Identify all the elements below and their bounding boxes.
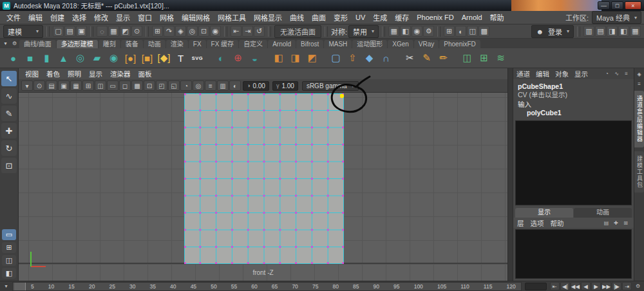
shelf-tab[interactable]: 雕刻	[99, 40, 120, 48]
viewport-canvas[interactable]: front -Z	[19, 93, 507, 281]
camera-attributes-icon[interactable]: ▤	[46, 80, 57, 91]
menu-item[interactable]: 修改	[90, 12, 112, 23]
channel-box-menu-item[interactable]: 显示	[574, 69, 588, 79]
shading-toggle-icon[interactable]: ◐	[455, 26, 466, 37]
snap-curve-icon[interactable]: ↷	[164, 26, 175, 37]
film-gate-icon[interactable]: ▭	[107, 80, 118, 91]
move-tool[interactable]: ✚	[1, 123, 17, 138]
selection-highlight-icon[interactable]: ⊙	[131, 26, 142, 37]
menu-item[interactable]: 生成	[369, 12, 391, 23]
interactive-cube-icon[interactable]: [■]	[139, 50, 155, 66]
lighting-icon[interactable]: ◐	[229, 80, 241, 91]
new-layer-from-selected-icon[interactable]: ⊞	[621, 219, 630, 227]
shelf-tab[interactable]: XGen	[388, 40, 413, 48]
colorspace-dropdown[interactable]: sRGB gamma ▾	[302, 81, 359, 91]
minimize-button[interactable]: —	[598, 1, 610, 10]
toggle-channel-box-icon[interactable]: ▦	[630, 26, 641, 37]
step-forward-key-button[interactable]: ▶▶	[601, 282, 611, 290]
shelf-tab[interactable]: 曲线/曲面	[19, 40, 56, 48]
current-time-marker[interactable]	[14, 283, 26, 290]
wireframe-toggle-icon[interactable]: ◫	[467, 26, 478, 37]
step-back-key-button[interactable]: ◀◀	[571, 282, 580, 290]
select-object-icon[interactable]: ▦	[108, 26, 119, 37]
shelf-tab[interactable]: 渲染	[166, 40, 188, 48]
shelf-tab[interactable]: 自定义	[239, 40, 267, 48]
interactive-curve-icon[interactable]: [◆]	[156, 50, 172, 66]
interactive-sphere-icon[interactable]: [●]	[122, 50, 138, 66]
render-settings-icon[interactable]: ⚙	[423, 26, 434, 37]
toggle-modeling-toolkit-icon[interactable]: ▥	[583, 26, 594, 37]
paint-select-tool[interactable]: ✎	[1, 106, 17, 121]
shelf-gear-icon[interactable]: ⚙	[10, 40, 19, 48]
open-scene-icon[interactable]: ▤	[64, 26, 75, 37]
play-backwards-button[interactable]: ◀	[581, 282, 591, 290]
lock-camera-icon[interactable]: ⊙	[33, 80, 45, 91]
shelf-tab[interactable]: FX	[189, 40, 206, 48]
exposure-field[interactable]: ◑ 0.00	[243, 81, 269, 91]
type-tool-icon[interactable]: T	[173, 50, 189, 66]
pan-zoom-icon[interactable]: ⊞	[82, 80, 94, 91]
make-live-icon[interactable]: ◉	[210, 26, 221, 37]
step-back-frame-button[interactable]: ◀|	[560, 282, 570, 290]
shelf-tab[interactable]: PhoenixFD	[439, 40, 480, 48]
safe-title-icon[interactable]: ◱	[168, 80, 180, 91]
extrude-icon[interactable]: ⇧	[345, 50, 361, 66]
multi-cut-icon[interactable]: ✂	[402, 50, 418, 66]
shelf-tab[interactable]: Arnold	[268, 40, 296, 48]
ipr-render-icon[interactable]: ◉	[412, 26, 422, 37]
panel-menu-item[interactable]: 着色	[43, 69, 64, 79]
input-connections-icon[interactable]: ⇤	[231, 26, 242, 37]
menu-item[interactable]: 编辑网格	[178, 12, 214, 23]
smooth-icon[interactable]: ▢	[328, 50, 344, 66]
symmetry-dropdown[interactable]: 禁用 ▾	[348, 25, 379, 38]
title-bar[interactable]: M Autodesk Maya 2018: 无标题* --- pCube1.vt…	[0, 0, 644, 11]
shelf-tab[interactable]: VRay	[414, 40, 439, 48]
shelf-tab[interactable]: 动画	[144, 40, 166, 48]
gamma-field[interactable]: γ 1.00	[272, 81, 298, 91]
menu-item[interactable]: UV	[352, 14, 369, 21]
layout-persp-outliner[interactable]: ◧	[2, 268, 16, 279]
menu-item[interactable]: 显示	[112, 12, 134, 23]
snap-point-icon[interactable]: ◈	[175, 26, 186, 37]
sidebar-menu-icon[interactable]: ≡	[636, 80, 643, 88]
shelf-tab[interactable]: 多边形建模	[57, 40, 98, 48]
panel-menu-item[interactable]: 面板	[135, 69, 156, 79]
menu-item[interactable]: 文件	[3, 12, 24, 23]
poly-cone-icon[interactable]: ▲	[55, 50, 71, 66]
boolean-difference-icon[interactable]: ◨	[287, 50, 303, 66]
grid-toggle-icon[interactable]: ◫	[95, 80, 106, 91]
poly-torus-icon[interactable]: ◎	[72, 50, 88, 66]
sidebar-tab[interactable]: 通道盒/层编辑器	[634, 91, 644, 147]
boolean-intersect-icon[interactable]: ◩	[304, 50, 320, 66]
time-slider-menu-icon[interactable]: ▾	[2, 283, 10, 290]
layout-four-pane[interactable]: ⊞	[2, 242, 16, 253]
shelf-menu-icon[interactable]: ▾	[1, 40, 10, 48]
maximize-button[interactable]: □	[611, 1, 623, 10]
menu-item[interactable]: 帮助	[486, 12, 508, 23]
layout-two-pane-side[interactable]: ◫	[2, 255, 16, 266]
menu-item[interactable]: Arnold	[458, 14, 486, 21]
menu-item[interactable]: 网格工具	[214, 12, 250, 23]
boolean-union-icon[interactable]: ◧	[270, 50, 287, 66]
snap-origin-icon[interactable]: ⊕	[230, 50, 246, 66]
snap-center-icon[interactable]: ◎	[187, 26, 198, 37]
poly-pipe-icon[interactable]: ◉	[106, 50, 122, 66]
channel-speed-icon[interactable]: ◔	[603, 70, 611, 78]
poly-cylinder-icon[interactable]: ▮	[39, 50, 55, 66]
animation-preferences-icon[interactable]: ⚙	[634, 283, 642, 290]
menu-item[interactable]: 缓存	[391, 12, 413, 23]
menu-set-dropdown[interactable]: 建模 ▾	[3, 25, 43, 38]
panel-divider[interactable]	[507, 68, 513, 281]
svg-tool-icon[interactable]: SVG	[189, 50, 205, 66]
lasso-tool[interactable]: ∿	[1, 88, 17, 104]
rotate-tool[interactable]: ↻	[1, 140, 17, 156]
no-active-surface-field[interactable]: 无激活曲面	[274, 25, 321, 38]
menu-item[interactable]: 网格显示	[250, 12, 286, 23]
channel-box-menu-item[interactable]: 编辑	[536, 69, 549, 79]
menu-item[interactable]: 曲面	[308, 12, 330, 23]
poly-cube-icon[interactable]: ■	[22, 50, 38, 66]
gate-mask-icon[interactable]: ▩	[131, 80, 143, 91]
bookmarks-icon[interactable]: ▣	[58, 80, 70, 91]
open-render-view-icon[interactable]: ▦	[388, 26, 399, 37]
layer-list-area[interactable]	[515, 229, 632, 279]
